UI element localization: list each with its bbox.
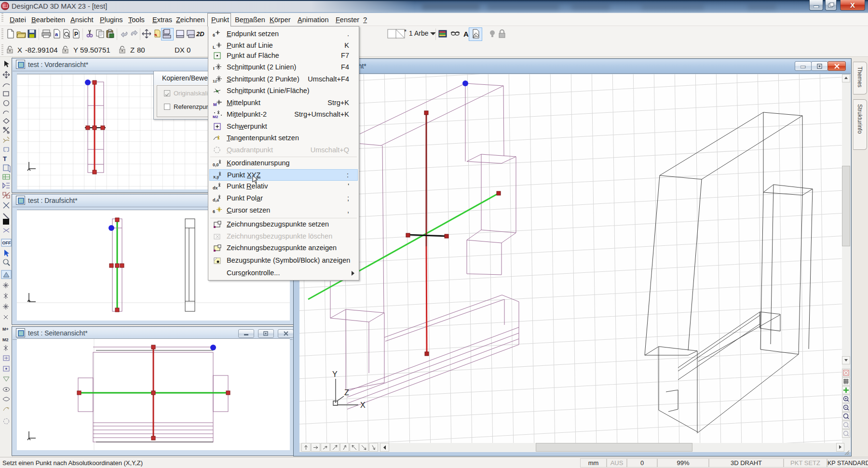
svg-text:x,y: x,y xyxy=(213,174,219,179)
svg-text:T: T xyxy=(3,155,7,162)
svg-text:M+: M+ xyxy=(2,327,9,332)
svg-text:I: I xyxy=(213,66,215,71)
svg-text:L: L xyxy=(213,45,216,50)
svg-text:dx: dx xyxy=(213,186,218,190)
svg-text:Y: Y xyxy=(332,370,338,378)
svg-text:M2: M2 xyxy=(213,115,218,119)
svg-text:Z: Z xyxy=(344,388,349,397)
svg-text:a: a xyxy=(55,31,58,37)
svg-text:M2: M2 xyxy=(2,337,9,342)
svg-text:6: 6 xyxy=(213,33,215,38)
svg-text:6: 6 xyxy=(213,209,215,214)
svg-text:A: A xyxy=(463,30,469,38)
svg-text:0,0: 0,0 xyxy=(213,162,219,167)
svg-text:OFF: OFF xyxy=(2,241,11,245)
svg-text:M: M xyxy=(213,102,217,107)
svg-text:P: P xyxy=(74,31,78,38)
svg-text:12: 12 xyxy=(213,79,217,83)
svg-text:2D: 2D xyxy=(196,30,204,38)
svg-text:X: X xyxy=(360,401,366,409)
